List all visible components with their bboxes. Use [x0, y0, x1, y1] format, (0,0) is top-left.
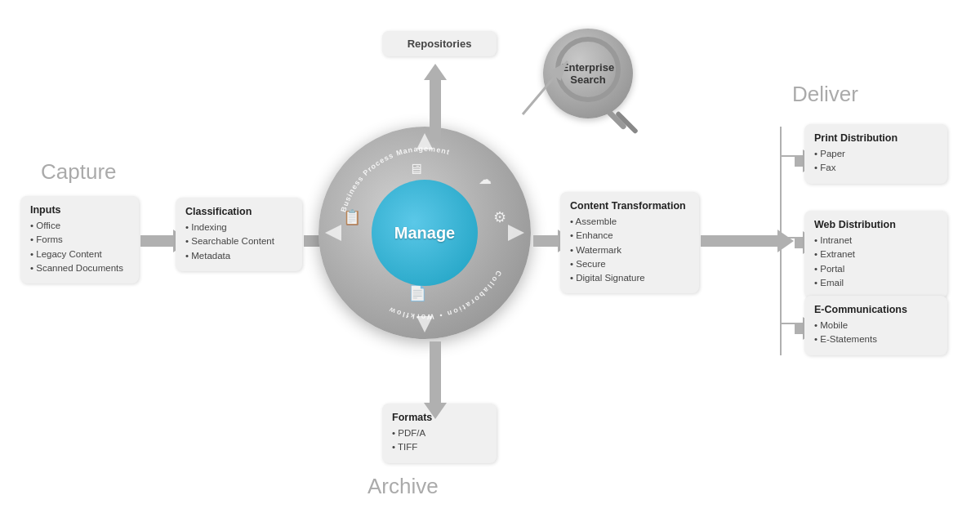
e-communications-list: Mobile E-Statements [814, 319, 938, 347]
arrow-head [424, 64, 447, 80]
classification-list: Indexing Searchable Content Metadata [185, 221, 292, 263]
web-distribution-list: Intranet Extranet Portal Email [814, 234, 938, 290]
form-icon: 📋 [343, 208, 361, 226]
arrow-head [777, 230, 794, 252]
web-item-4: Email [814, 276, 938, 290]
print-h-line [780, 155, 796, 157]
central-circle: Business Process Management Collaboratio… [318, 127, 531, 339]
arrow-shaft [140, 235, 173, 247]
inputs-item-1: Office [30, 219, 129, 233]
inputs-item-3: Legacy Content [30, 248, 129, 261]
ct-item-5: Digital Signature [570, 271, 689, 285]
formats-item-1: PDF/A [392, 426, 487, 440]
arrow-shaft [795, 323, 803, 334]
content-transformation-card: Content Transformation Assemble Enhance … [560, 192, 699, 293]
monitor-icon: 🖥 [408, 161, 423, 178]
arrow-to-enterprise-search [514, 49, 580, 123]
arrow-shaft [795, 237, 803, 248]
arrow-shaft [430, 80, 441, 141]
inputs-item-2: Forms [30, 233, 129, 247]
deliver-label: Deliver [792, 82, 858, 107]
classification-title: Classification [185, 206, 292, 217]
manage-circle: Manage [372, 180, 478, 286]
archive-label: Archive [368, 474, 439, 499]
classification-item-3: Metadata [185, 249, 292, 263]
formats-list: PDF/A TIFF [392, 426, 487, 455]
inputs-card: Inputs Office Forms Legacy Content Scann… [20, 196, 139, 283]
ecomm-item-1: Mobile [814, 319, 938, 332]
repositories-box: Repositories [382, 31, 497, 56]
svg-marker-5 [508, 225, 524, 241]
ecomm-item-2: E-Statements [814, 332, 938, 346]
inputs-list: Office Forms Legacy Content Scanned Docu… [30, 219, 129, 275]
svg-marker-3 [416, 316, 433, 332]
inputs-title: Inputs [30, 204, 129, 216]
ecomm-h-line [780, 323, 796, 324]
ct-item-2: Enhance [570, 229, 689, 243]
arrow-shaft [701, 235, 777, 247]
e-communications-title: E-Communications [814, 304, 938, 315]
print-distribution-card: Print Distribution Paper Fax [804, 124, 947, 184]
formats-item-2: TIFF [392, 440, 487, 454]
arrow-ct-to-deliver [701, 230, 794, 252]
web-item-1: Intranet [814, 234, 938, 248]
web-distribution-title: Web Distribution [814, 219, 938, 230]
cloud-icon: ☁ [479, 172, 492, 187]
manage-label: Manage [394, 224, 455, 243]
capture-label: Capture [41, 159, 117, 185]
svg-marker-4 [325, 225, 341, 241]
web-item-3: Portal [814, 262, 938, 276]
arrow-head [424, 403, 447, 419]
web-distribution-card: Web Distribution Intranet Extranet Porta… [804, 211, 947, 298]
print-distribution-list: Paper Fax [814, 147, 938, 176]
search-handle [606, 109, 627, 130]
arrow-shaft [533, 235, 558, 247]
settings-icon: ⚙ [493, 208, 506, 226]
svg-line-7 [523, 61, 568, 114]
classification-item-1: Indexing [185, 221, 292, 234]
web-h-line [780, 237, 796, 239]
classification-item-2: Searchable Content [185, 234, 292, 248]
ct-item-1: Assemble [570, 215, 689, 229]
e-communications-card: E-Communications Mobile E-Statements [804, 296, 947, 355]
print-item-1: Paper [814, 147, 938, 161]
web-item-2: Extranet [814, 248, 938, 261]
print-distribution-title: Print Distribution [814, 132, 938, 144]
content-transformation-list: Assemble Enhance Watermark Secure Digita… [570, 215, 689, 285]
inputs-item-4: Scanned Documents [30, 261, 129, 275]
print-item-2: Fax [814, 161, 938, 175]
repositories-title: Repositories [408, 38, 472, 50]
ct-item-3: Watermark [570, 243, 689, 257]
ct-item-4: Secure [570, 257, 689, 271]
arrow-shaft [795, 155, 803, 167]
classification-card: Classification Indexing Searchable Conte… [176, 198, 302, 271]
content-transformation-title: Content Transformation [570, 200, 689, 212]
arrow-shaft [430, 341, 441, 403]
arrow-to-repositories [424, 64, 447, 141]
arrow-to-formats [424, 341, 447, 419]
document-icon: 📄 [408, 284, 426, 302]
